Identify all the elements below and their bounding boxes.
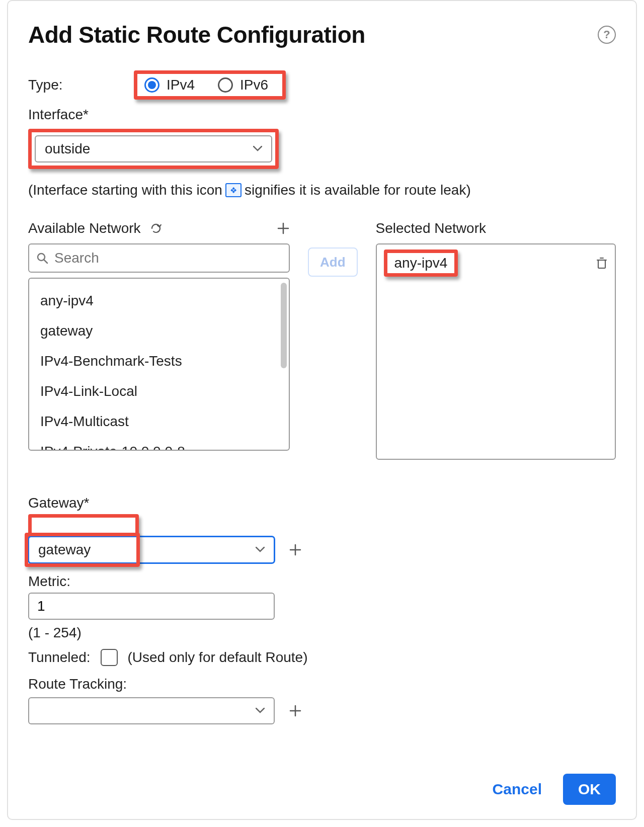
interface-select[interactable]: outside — [35, 135, 272, 162]
list-item[interactable]: any-ipv4 — [38, 286, 280, 316]
tunneled-checkbox[interactable] — [101, 649, 118, 666]
type-radio-ipv6-label: IPv6 — [240, 77, 268, 93]
list-item[interactable]: IPv4-Private-10.0.0.0-8 — [38, 437, 280, 450]
chevron-down-icon — [253, 146, 262, 152]
svg-rect-4 — [598, 260, 605, 268]
cancel-button[interactable]: Cancel — [493, 781, 542, 798]
route-leak-icon: ❖ — [225, 183, 242, 197]
gateway-label: Gateway* — [28, 495, 616, 511]
metric-label: Metric: — [28, 573, 616, 590]
tunneled-hint: (Used only for default Route) — [128, 649, 308, 666]
list-item[interactable]: IPv4-Link-Local — [38, 376, 280, 406]
list-item[interactable]: IPv4-Multicast — [38, 406, 280, 437]
gateway-select[interactable]: gateway — [28, 536, 275, 563]
svg-line-3 — [44, 260, 47, 263]
list-item[interactable]: gateway — [38, 316, 280, 346]
dialog-title: Add Static Route Configuration — [28, 21, 365, 48]
selected-network-list: any-ipv4 — [376, 243, 616, 460]
add-gateway-icon[interactable] — [289, 543, 302, 556]
interface-hint: (Interface starting with this icon ❖ sig… — [28, 182, 616, 198]
metric-hint: (1 - 254) — [28, 625, 616, 641]
refresh-icon[interactable] — [150, 222, 162, 234]
type-radio-ipv4[interactable]: IPv4 — [144, 77, 195, 93]
metric-input[interactable] — [28, 593, 275, 620]
type-radio-ipv4-label: IPv4 — [167, 77, 195, 93]
scrollbar[interactable] — [281, 283, 287, 368]
list-item[interactable]: IPv4-Benchmark-Tests — [38, 346, 280, 376]
selected-network-label: Selected Network — [376, 220, 486, 236]
route-tracking-select[interactable] — [28, 697, 275, 724]
add-tracking-icon[interactable] — [289, 704, 302, 717]
chevron-down-icon — [256, 708, 265, 714]
add-network-icon[interactable] — [277, 222, 290, 235]
gateway-select-value: gateway — [38, 542, 91, 558]
type-label: Type: — [28, 77, 134, 93]
available-network-list[interactable]: any-ipv4 gateway IPv4-Benchmark-Tests IP… — [28, 278, 290, 451]
trash-icon[interactable] — [596, 257, 608, 270]
type-radio-group: IPv4 IPv6 — [134, 70, 286, 100]
search-icon — [36, 252, 48, 264]
interface-label: Interface* — [28, 107, 616, 123]
interface-select-value: outside — [45, 141, 90, 157]
ok-button[interactable]: OK — [563, 774, 616, 805]
available-network-label: Available Network — [28, 220, 141, 236]
help-icon[interactable]: ? — [598, 26, 616, 44]
tunneled-label: Tunneled: — [28, 649, 91, 666]
add-static-route-dialog: Add Static Route Configuration ? Type: I… — [7, 0, 637, 820]
selected-network-item[interactable]: any-ipv4 — [384, 250, 458, 277]
add-button[interactable]: Add — [308, 247, 358, 277]
available-network-search-input[interactable] — [53, 250, 282, 267]
chevron-down-icon — [256, 547, 265, 553]
available-network-search[interactable] — [28, 243, 290, 273]
type-radio-ipv6[interactable]: IPv6 — [218, 77, 268, 93]
route-tracking-label: Route Tracking: — [28, 676, 616, 692]
